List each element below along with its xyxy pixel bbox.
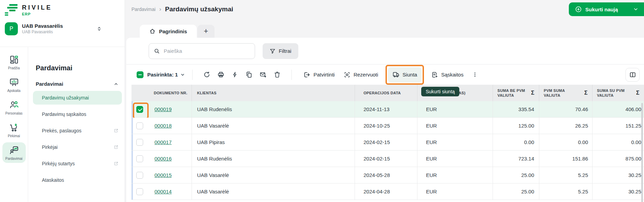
delete-button[interactable] — [270, 68, 284, 82]
column-settings-button[interactable] — [625, 68, 640, 82]
column-header-suma-su-pvm[interactable]: SUMA SU PVMVALIUTA Σ — [592, 85, 644, 101]
sidebar-item-pardavimu-uzsakymai[interactable]: Pardavimų užsakymai — [33, 91, 122, 105]
accounting-board-icon — [9, 78, 19, 87]
rail-item-pardavimai[interactable]: Pardavimai — [2, 142, 26, 163]
submenu-heading: Pardavimai — [36, 64, 122, 72]
currency-cell: EUR — [417, 134, 493, 150]
table-row[interactable]: 000015 UAB Vasarėlė 2024-05-28 EUR 25.00… — [131, 167, 644, 183]
row-checkbox[interactable] — [136, 155, 143, 162]
shipment-button[interactable]: Siunta — [388, 67, 422, 82]
sidebar-item-pardavimu-saskaitos[interactable]: Pardavimų sąskaitos — [33, 107, 122, 121]
breadcrumb-separator-icon: › — [159, 6, 161, 13]
currency-cell: EUR — [417, 167, 493, 183]
rail-label: Pardavimai — [5, 157, 22, 161]
confirm-button[interactable]: Patvirtinti — [299, 67, 339, 82]
sidebar-item-ataskaitos[interactable]: Ataskaitos — [33, 173, 122, 187]
reserve-button[interactable]: Rezervuoti — [339, 67, 383, 82]
client-cell: UAB Vasarėlė — [192, 183, 355, 200]
rail-item-pirkimai[interactable]: Pirkimai — [2, 120, 26, 140]
currency-cell: EUR — [417, 183, 493, 200]
document-link[interactable]: 000015 — [154, 172, 172, 178]
copy-button[interactable] — [242, 68, 256, 82]
vat-amount-cell: 151.86 — [539, 151, 592, 167]
sum-sigma-icon[interactable]: Σ — [531, 90, 534, 96]
sidebar-item-pirkejai[interactable]: Pirkėjai — [33, 140, 122, 154]
toolbar: Pasirinkta: 1 — [126, 64, 644, 85]
search-row: Filtrai — [126, 38, 644, 64]
document-link[interactable]: 000014 — [154, 189, 172, 194]
search-input[interactable] — [164, 48, 250, 54]
table-row[interactable]: 000019 UAB Rudenėlis 2024-11-13 EUR 335.… — [131, 101, 644, 118]
page-title: Pardavimų užsakymai — [165, 5, 233, 13]
search-box[interactable] — [149, 43, 255, 59]
submenu-group-pardavimai[interactable]: Pardavimai — [36, 81, 119, 87]
chevron-down-icon[interactable] — [633, 7, 639, 12]
company-subtitle: UAB Pavasarėlis — [22, 29, 63, 35]
table-row[interactable]: 000014 UAB Vasarėlė 2024-04-28 EUR 25.00… — [131, 183, 644, 200]
column-header-pvm-suma[interactable]: PVM SUMAVALIUTA Σ — [539, 85, 592, 101]
refresh-button[interactable] — [200, 68, 214, 82]
header-line2: VALIUTA — [597, 93, 613, 97]
sidebar-item-prekes-paslaugos[interactable]: Prekės, paslaugos — [33, 124, 122, 138]
filters-label: Filtrai — [279, 48, 291, 54]
sum-sigma-icon[interactable]: Σ — [636, 90, 640, 96]
send-email-button[interactable] — [256, 68, 270, 82]
home-icon — [149, 28, 156, 34]
vat-amount-cell: 0.00 — [539, 134, 592, 150]
net-amount-cell: 125.00 — [493, 118, 539, 134]
filters-button[interactable]: Filtrai — [263, 43, 298, 59]
row-checkbox[interactable] — [136, 106, 143, 113]
table-row[interactable]: 000018 UAB Vasarėlė 2024-10-25 EUR 125.0… — [131, 118, 644, 134]
unfold-icon[interactable] — [96, 26, 102, 32]
selected-count-label[interactable]: Pasirinkta: 1 — [147, 72, 178, 78]
chevron-down-icon[interactable] — [180, 72, 185, 77]
add-tab-button[interactable]: + — [197, 25, 215, 38]
external-link-icon — [114, 161, 118, 166]
create-new-button[interactable]: Sukurti naują — [569, 2, 644, 16]
reserve-label: Rezervuoti — [354, 72, 378, 78]
row-checkbox-wrap — [136, 106, 143, 113]
operation-date-cell: 2024-05-28 — [355, 167, 417, 183]
document-link[interactable]: 000017 — [154, 139, 172, 145]
rail-label: Pirkimai — [8, 134, 20, 138]
row-checkbox[interactable] — [136, 172, 143, 179]
rail-item-pradzia[interactable]: Pradžia — [2, 52, 26, 72]
sidebar-item-pirkeju-sutartys[interactable]: Pirkėjų sutartys — [33, 157, 122, 170]
row-checkbox-wrap — [136, 172, 143, 179]
header-line1: SUMA BE PVM — [497, 88, 525, 93]
document-cell: 000018 — [131, 118, 192, 134]
document-cell: 000014 — [131, 183, 192, 200]
kebab-menu-button[interactable] — [468, 68, 482, 82]
table-row[interactable]: 000017 UAB Pipiras 2024-02-15 EUR 0.00 0… — [131, 134, 644, 151]
column-header-dokumento-nr[interactable]: DOKUMENTO NR. — [131, 85, 192, 101]
company-selector[interactable]: P UAB Pavasarėlis UAB Pavasarėlis — [0, 21, 125, 36]
column-header-klientas[interactable]: KLIENTAS — [192, 85, 355, 101]
net-amount-cell: 723.14 — [493, 151, 539, 167]
row-checkbox[interactable] — [136, 188, 143, 195]
shipment-label: Siunta — [403, 72, 417, 78]
column-header-suma-be-pvm[interactable]: SUMA BE PVMVALIUTA Σ — [493, 85, 539, 101]
column-header-operacijos-data[interactable]: OPERACIJOS DATA — [355, 85, 417, 101]
table-row[interactable]: 000016 UAB Rudenėlis 2024-02-15 EUR 723.… — [131, 151, 644, 167]
breadcrumb-parent[interactable]: Pardavimai — [131, 7, 156, 12]
document-link[interactable]: 000016 — [154, 156, 172, 162]
rail-item-apskaita[interactable]: Apskaita — [2, 74, 26, 95]
document-link[interactable]: 000019 — [154, 106, 172, 112]
rail-label: Personalas — [5, 111, 22, 115]
cart-icon — [9, 123, 19, 132]
row-checkbox[interactable] — [136, 122, 143, 129]
vertical-scrollbar[interactable] — [641, 103, 643, 202]
tab-pagrindinis[interactable]: Pagrindinis — [140, 25, 197, 38]
create-new-label: Sukurti naują — [585, 7, 618, 12]
quick-action-lightning-button[interactable] — [228, 68, 242, 82]
row-checkbox[interactable] — [136, 139, 143, 146]
chevron-up-icon — [114, 82, 118, 86]
invoices-button[interactable]: Sąskaitos — [427, 67, 468, 82]
document-link[interactable]: 000018 — [154, 123, 172, 129]
net-amount-cell: 25.00 — [493, 167, 539, 183]
sum-sigma-icon[interactable]: Σ — [584, 90, 588, 96]
print-button[interactable] — [214, 68, 228, 82]
menu-item-label: Pardavimų užsakymai — [42, 95, 89, 100]
select-all-checkbox[interactable] — [137, 71, 143, 78]
rail-item-personalas[interactable]: Personalas — [2, 97, 26, 118]
